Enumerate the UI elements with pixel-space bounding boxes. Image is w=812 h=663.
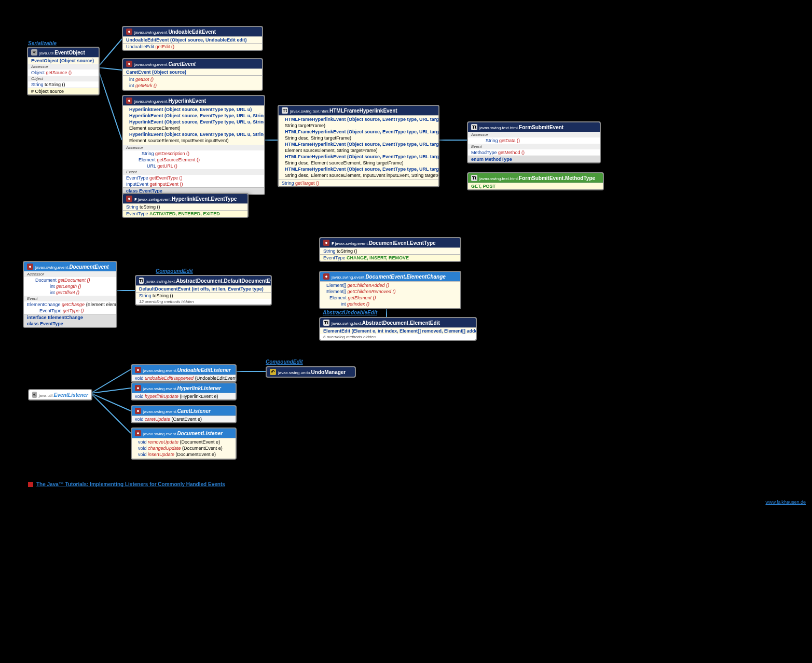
hyperlinklistener: ● javax.swing.event.HyperlinkListener vo… [131,382,237,400]
class-icon: Tt [471,124,477,130]
tutorial-link[interactable]: The Java™ Tutorials: Implementing Listen… [28,481,225,487]
formsubmit-class: Tt javax.swing.text.html.FormSubmitEvent… [467,121,601,163]
serializable-label[interactable]: Serializable [28,40,57,46]
hyperlinkeventtype-class: ● ꜰ javax.swing.event.HyperlinkEvent.Eve… [122,193,249,218]
enum-icon: Tt [471,175,477,181]
defaultdocumentevent-class: Tt javax.swing.text.AbstractDocument.Def… [135,275,272,306]
compoundedit-label-2[interactable]: CompoundEdit [266,359,303,365]
class-icon: ● [126,196,132,202]
documentevent-interface: ● javax.swing.event.DocumentEvent Access… [23,261,117,328]
eventlistener-interface: ✶ java.util.EventListener [28,389,92,400]
svg-line-2 [98,67,122,140]
interface-icon: ● [135,430,141,436]
footer-link[interactable]: www.falkhausen.de [765,500,806,505]
class-icon: Tt [323,320,329,326]
class-icon: ● [126,61,132,67]
svg-line-7 [91,369,131,393]
formsubmit-methodtype: Tt javax.swing.text.html.FormSubmitEvent… [467,172,604,190]
eventobject-class: ✶ java.util.EventObject EventObject (Obj… [27,47,100,95]
class-icon: ● [126,29,132,35]
svg-line-1 [98,67,122,70]
interface-icon: ● [135,367,141,373]
caretlistener: ● javax.swing.event.CaretListener void c… [131,405,237,423]
class-icon: ✶ [31,49,37,56]
undoableeditlistener: ● javax.swing.event.UndoableEditListener… [131,364,237,382]
documentevent-elementchange: ● javax.swing.event.DocumentEvent.Elemen… [319,271,461,309]
documentevent-eventtype: ● ꜰ javax.swing.event.DocumentEvent.Even… [319,237,461,262]
htmlframehyperlink-class: Tt javax.swing.text.html.HTMLFrameHyperl… [278,105,439,187]
class-icon: ● [323,240,329,246]
interface-icon: ● [323,273,329,280]
abstractundoableedit-label[interactable]: AbstractUndoableEdit [323,310,377,315]
undomanager-class: ↶ javax.swing.undo.UndoManager [266,366,356,378]
undo-icon: ↶ [270,369,276,375]
interface-icon: ● [27,264,33,270]
documentlistener: ● javax.swing.event.DocumentListener voi… [131,427,237,460]
oracle-icon [28,482,33,487]
svg-line-9 [91,393,131,411]
svg-line-10 [91,393,131,433]
compoundedit-label-1[interactable]: CompoundEdit [156,268,193,274]
elementedit-class: Tt javax.swing.text.AbstractDocument.Ele… [319,317,477,341]
class-icon: Tt [139,278,144,284]
undoableeditevent-class: ● javax.swing.event.UndoableEditEvent Un… [122,26,263,51]
class-icon: ● [126,98,132,104]
eventobject-header: ✶ java.util.EventObject [28,48,99,57]
hyperlinkevent-class: ● javax.swing.event.HyperlinkEvent Hyper… [122,95,265,195]
caretevent-class: ● javax.swing.event.CaretEvent CaretEven… [122,58,263,91]
interface-icon: ● [135,408,141,414]
svg-line-0 [98,39,122,67]
class-icon: Tt [282,107,288,114]
interface-icon: ● [135,385,141,391]
svg-line-8 [91,388,131,393]
interface-icon: ✶ [32,392,37,398]
